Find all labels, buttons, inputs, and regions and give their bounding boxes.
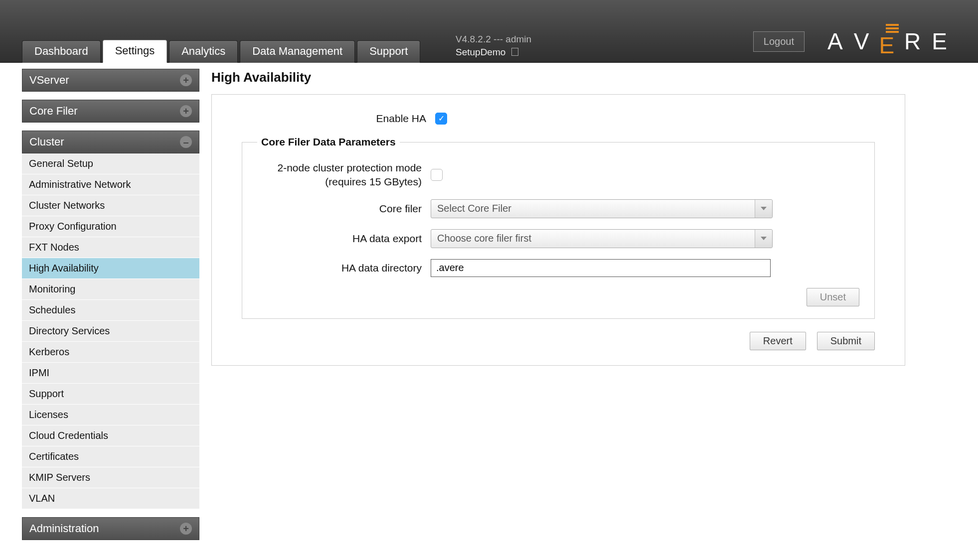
sidebar-item-general-setup[interactable]: General Setup xyxy=(22,153,199,174)
sidebar-item-label: Support xyxy=(29,388,64,399)
sidebar: VServer + Core Filer + Cluster – General… xyxy=(22,69,199,540)
submit-button[interactable]: Submit xyxy=(817,332,875,350)
select-value: Select Core Filer xyxy=(437,203,511,214)
chevron-down-icon xyxy=(755,200,772,218)
sidebar-item-label: Proxy Configuration xyxy=(29,221,117,232)
plus-icon: + xyxy=(180,74,192,86)
cluster-name: SetupDemo xyxy=(456,47,505,57)
sidebar-item-monitoring[interactable]: Monitoring xyxy=(22,279,199,300)
header-right: Logout A V E R E xyxy=(753,24,958,59)
brand-letter: E xyxy=(932,28,958,55)
row-ha-data-export: HA data export Choose core filer first xyxy=(257,229,859,248)
enable-ha-label: Enable HA xyxy=(242,112,435,125)
ha-export-label: HA data export xyxy=(257,232,431,245)
document-icon[interactable] xyxy=(511,48,518,56)
sidebar-item-schedules[interactable]: Schedules xyxy=(22,300,199,321)
plus-icon: + xyxy=(180,105,192,117)
tab-label: Support xyxy=(369,45,408,57)
ha-dir-label: HA data directory xyxy=(257,261,431,275)
sidebar-item-high-availability[interactable]: High Availability xyxy=(22,258,199,279)
brand-letter: R xyxy=(904,28,932,55)
app-header: Dashboard Settings Analytics Data Manage… xyxy=(0,0,978,63)
button-label: Submit xyxy=(830,335,861,346)
unset-button[interactable]: Unset xyxy=(807,288,859,306)
sidebar-section-vserver[interactable]: VServer + xyxy=(22,69,199,92)
sidebar-item-label: General Setup xyxy=(29,158,93,169)
row-core-filer: Core filer Select Core Filer xyxy=(257,199,859,218)
sidebar-section-administration[interactable]: Administration + xyxy=(22,517,199,540)
button-label: Unset xyxy=(820,291,846,302)
core-filer-label: Core filer xyxy=(257,202,431,215)
row-enable-ha: Enable HA ✓ xyxy=(242,112,875,125)
plus-icon: + xyxy=(180,523,192,535)
select-value: Choose core filer first xyxy=(437,233,531,244)
sidebar-section-label: Core Filer xyxy=(29,105,78,118)
brand-e-icon: E xyxy=(879,24,905,59)
sidebar-item-ipmi[interactable]: IPMI xyxy=(22,363,199,384)
sidebar-item-support[interactable]: Support xyxy=(22,384,199,405)
sidebar-item-certificates[interactable]: Certificates xyxy=(22,446,199,467)
two-node-checkbox[interactable] xyxy=(431,169,443,181)
sidebar-item-label: Kerberos xyxy=(29,346,69,357)
sidebar-section-label: Administration xyxy=(29,522,99,535)
tab-label: Dashboard xyxy=(34,45,88,57)
ha-export-select[interactable]: Choose core filer first xyxy=(431,229,773,248)
sidebar-item-cloud-credentials[interactable]: Cloud Credentials xyxy=(22,425,199,446)
sidebar-section-label: Cluster xyxy=(29,136,64,148)
core-filer-data-parameters-group: Core Filer Data Parameters 2-node cluste… xyxy=(242,136,875,319)
sidebar-item-label: KMIP Servers xyxy=(29,472,90,483)
core-filer-select[interactable]: Select Core Filer xyxy=(431,199,773,218)
sidebar-item-administrative-network[interactable]: Administrative Network xyxy=(22,174,199,195)
sidebar-item-label: High Availability xyxy=(29,263,99,274)
ha-dir-input[interactable] xyxy=(431,259,771,277)
row-ha-data-directory: HA data directory xyxy=(257,259,859,277)
enable-ha-checkbox[interactable]: ✓ xyxy=(435,113,447,125)
tab-label: Data Management xyxy=(252,45,342,57)
sidebar-item-directory-services[interactable]: Directory Services xyxy=(22,321,199,342)
sidebar-item-kmip-servers[interactable]: KMIP Servers xyxy=(22,467,199,488)
tab-settings[interactable]: Settings xyxy=(103,40,167,63)
main-content: High Availability Enable HA ✓ Core Filer… xyxy=(211,69,978,540)
sidebar-item-label: Directory Services xyxy=(29,325,110,336)
sidebar-item-label: FXT Nodes xyxy=(29,242,79,253)
logout-label: Logout xyxy=(764,36,794,47)
header-cluster-name-line: SetupDemo xyxy=(456,46,531,59)
sidebar-item-label: Monitoring xyxy=(29,283,75,294)
settings-panel: Enable HA ✓ Core Filer Data Parameters 2… xyxy=(211,94,905,366)
sidebar-item-label: Licenses xyxy=(29,409,68,420)
brand-logo: A V E R E xyxy=(827,24,958,59)
sidebar-item-licenses[interactable]: Licenses xyxy=(22,405,199,425)
tab-data-management[interactable]: Data Management xyxy=(240,40,355,63)
sidebar-item-label: IPMI xyxy=(29,367,49,378)
two-node-label: 2-node cluster protection mode (requires… xyxy=(257,161,431,188)
minus-icon: – xyxy=(180,136,192,148)
brand-letter: A xyxy=(827,28,854,55)
sidebar-item-label: Certificates xyxy=(29,451,79,462)
logout-button[interactable]: Logout xyxy=(753,31,805,52)
sidebar-section-cluster[interactable]: Cluster – xyxy=(22,131,199,153)
sidebar-item-kerberos[interactable]: Kerberos xyxy=(22,342,199,363)
tab-label: Settings xyxy=(115,44,155,57)
page-title: High Availability xyxy=(211,70,956,85)
header-version-line: V4.8.2.2 --- admin xyxy=(456,33,531,46)
unset-row: Unset xyxy=(257,288,859,306)
action-row: Revert Submit xyxy=(242,332,875,350)
chevron-down-icon xyxy=(755,230,772,248)
tab-support[interactable]: Support xyxy=(357,40,420,63)
body: VServer + Core Filer + Cluster – General… xyxy=(0,63,978,540)
sidebar-item-vlan[interactable]: VLAN xyxy=(22,488,199,509)
sidebar-item-label: Schedules xyxy=(29,304,75,315)
fieldset-legend: Core Filer Data Parameters xyxy=(257,136,400,148)
main-tabs: Dashboard Settings Analytics Data Manage… xyxy=(22,39,422,62)
header-info: V4.8.2.2 --- admin SetupDemo xyxy=(456,33,531,59)
tab-dashboard[interactable]: Dashboard xyxy=(22,40,101,63)
revert-button[interactable]: Revert xyxy=(750,332,806,350)
sidebar-section-label: VServer xyxy=(29,74,69,87)
sidebar-section-core-filer[interactable]: Core Filer + xyxy=(22,100,199,123)
sidebar-item-label: Cluster Networks xyxy=(29,200,105,211)
sidebar-item-fxt-nodes[interactable]: FXT Nodes xyxy=(22,237,199,258)
button-label: Revert xyxy=(763,335,793,346)
tab-analytics[interactable]: Analytics xyxy=(169,40,238,63)
sidebar-item-cluster-networks[interactable]: Cluster Networks xyxy=(22,195,199,216)
sidebar-item-proxy-configuration[interactable]: Proxy Configuration xyxy=(22,216,199,237)
